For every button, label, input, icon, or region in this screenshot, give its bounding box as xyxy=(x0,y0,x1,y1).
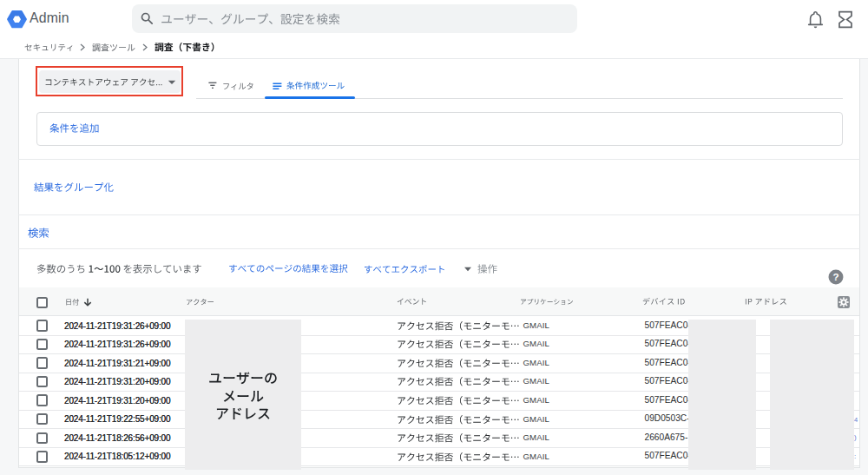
svg-text:?: ? xyxy=(832,271,838,282)
